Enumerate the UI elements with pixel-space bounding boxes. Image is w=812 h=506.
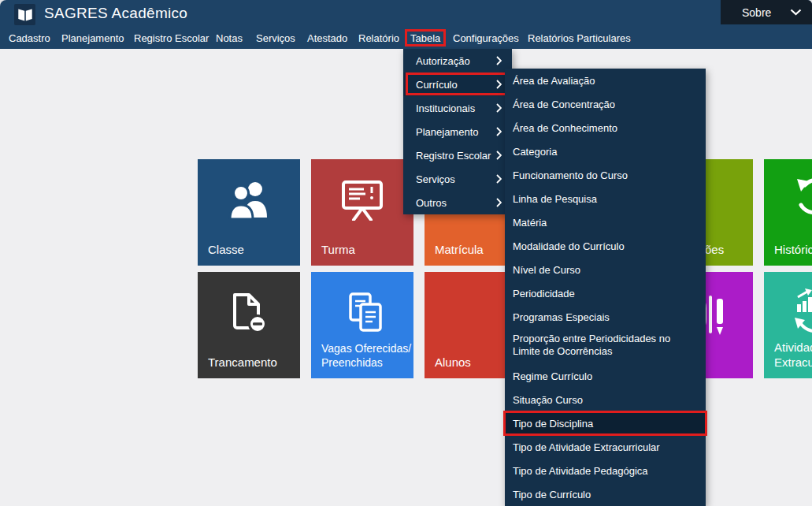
submenu-item-situacao-curso[interactable]: Situação Curso: [505, 388, 706, 411]
chevron-right-icon: [496, 198, 502, 207]
tile-classe[interactable]: Classe: [198, 159, 300, 266]
submenu-item-categoria[interactable]: Categoria: [505, 140, 706, 163]
application-window: Classe Turma Matrícula ões: [0, 0, 812, 506]
submenu-item-label: Linha de Pesquisa: [513, 193, 597, 205]
submenu-item-nivel-de-curso[interactable]: Nível de Curso: [505, 258, 706, 281]
submenu-item-programas-especiais[interactable]: Programas Especiais: [505, 305, 706, 329]
submenu-item-label: Área de Conhecimento: [513, 122, 617, 134]
dropdown-item-label: Currículo: [416, 79, 458, 91]
dropdown-item-outros[interactable]: Outros: [403, 191, 512, 214]
menu-cadastro[interactable]: Cadastro: [9, 28, 50, 49]
dropdown-item-label: Serviços: [416, 173, 455, 185]
submenu-item-regime-curriculo[interactable]: Regime Currículo: [505, 364, 706, 388]
submenu-item-label: Periodicidade: [513, 288, 575, 300]
menu-atestado[interactable]: Atestado: [307, 28, 347, 49]
tile-label: Turma: [321, 242, 409, 257]
open-book-icon: [17, 7, 34, 22]
presentation-icon: [341, 180, 384, 221]
curriculo-submenu: Área de Avaliação Área de Concentração Á…: [505, 69, 706, 506]
documents-icon: [342, 292, 383, 333]
submenu-item-label: Tipo de Disciplina: [513, 418, 593, 430]
about-menu-button[interactable]: Sobre: [721, 0, 812, 24]
tile-atividade-extracurricular[interactable]: Atividade Extracurricular: [764, 272, 812, 378]
tile-label: Atividade Extracurricular: [774, 340, 812, 370]
submenu-item-linha-de-pesquisa[interactable]: Linha de Pesquisa: [505, 187, 706, 210]
submenu-item-label: Modalidade do Currículo: [513, 240, 625, 252]
menu-relatorio[interactable]: Relatório: [358, 28, 399, 49]
submenu-item-label: Programas Especiais: [513, 311, 610, 323]
menu-tabela-label: Tabela: [410, 32, 440, 44]
submenu-item-label: Nível de Curso: [513, 264, 580, 276]
submenu-item-materia[interactable]: Matéria: [505, 210, 706, 234]
tile-label: Trancamento: [208, 355, 295, 370]
chevron-right-icon: [496, 151, 502, 160]
title-bar: SAGRES Acadêmico Sobre: [0, 0, 812, 28]
dropdown-item-label: Institucionais: [416, 102, 475, 114]
menu-registro-escolar[interactable]: Registro Escolar: [134, 28, 209, 49]
chevron-down-icon: [790, 9, 802, 16]
chevron-right-icon: [496, 127, 502, 136]
submenu-item-proporcao-periodicidades[interactable]: Proporção entre Periodicidades no Limite…: [505, 329, 706, 364]
menubar: Cadastro Planejamento Registro Escolar N…: [0, 28, 812, 49]
activity-chart-icon: [792, 288, 812, 333]
menu-relatorios-particulares[interactable]: Relatórios Particulares: [528, 28, 631, 49]
submenu-item-label: Matéria: [513, 217, 547, 229]
submenu-item-label: Regime Currículo: [513, 370, 592, 382]
submenu-item-label: Funcionamento do Curso: [513, 169, 628, 181]
menu-notas[interactable]: Notas: [216, 28, 243, 49]
dropdown-item-label: Autorização: [416, 55, 470, 67]
tile-trancamento[interactable]: Trancamento: [198, 272, 300, 378]
menu-tabela[interactable]: Tabela: [410, 28, 440, 49]
tabela-dropdown-menu: Autorização Currículo Institucionais Pla…: [403, 49, 512, 214]
submenu-item-periodicidade[interactable]: Periodicidade: [505, 281, 706, 305]
dropdown-item-label: Planejamento: [416, 126, 479, 138]
submenu-item-area-de-concentracao[interactable]: Área de Concentração: [505, 92, 706, 116]
dropdown-item-label: Registro Escolar: [416, 150, 491, 162]
dropdown-item-curriculo[interactable]: Currículo: [403, 73, 512, 96]
submenu-item-label: Categoria: [513, 146, 557, 158]
submenu-item-tipo-de-curriculo[interactable]: Tipo de Currículo: [505, 482, 706, 506]
submenu-item-label: Proporção entre Periodicidades no Limite…: [513, 333, 698, 358]
dropdown-item-registro-escolar[interactable]: Registro Escolar: [403, 143, 512, 167]
submenu-item-label: Área de Avaliação: [513, 75, 595, 87]
tile-label: Classe: [208, 242, 295, 257]
app-logo: [14, 4, 35, 25]
dropdown-item-label: Outros: [416, 197, 447, 209]
submenu-item-tipo-de-atividade-pedagogica[interactable]: Tipo de Atividade Pedagógica: [505, 459, 706, 482]
people-icon: [227, 180, 271, 219]
submenu-item-label: Área de Concentração: [513, 99, 615, 110]
submenu-item-tipo-de-atividade-extracurricular[interactable]: Tipo de Atividade Extracurricular: [505, 435, 706, 459]
dropdown-item-planejamento[interactable]: Planejamento: [403, 120, 512, 143]
submenu-item-tipo-de-disciplina[interactable]: Tipo de Disciplina: [505, 411, 706, 435]
submenu-item-label: Tipo de Atividade Pedagógica: [513, 465, 648, 477]
tile-historico[interactable]: Histórico: [764, 159, 812, 266]
tile-turma[interactable]: Turma: [311, 159, 413, 266]
chevron-right-icon: [496, 56, 502, 65]
menu-planejamento[interactable]: Planejamento: [61, 28, 124, 49]
tile-vagas-oferecidas[interactable]: Vagas Oferecidas/ Preenchidas: [311, 272, 413, 378]
menu-servicos[interactable]: Serviços: [256, 28, 295, 49]
dropdown-item-autorizacao[interactable]: Autorização: [403, 49, 512, 73]
document-minus-icon: [228, 292, 269, 335]
history-icon: [794, 175, 812, 218]
chevron-right-icon: [496, 174, 502, 184]
submenu-item-funcionamento-do-curso[interactable]: Funcionamento do Curso: [505, 163, 706, 187]
about-label: Sobre: [742, 6, 771, 19]
submenu-item-modalidade-do-curriculo[interactable]: Modalidade do Currículo: [505, 234, 706, 258]
tile-label: ões: [705, 242, 748, 257]
dropdown-item-servicos[interactable]: Serviços: [403, 167, 512, 191]
chevron-right-icon: [496, 80, 502, 89]
submenu-item-area-de-avaliacao[interactable]: Área de Avaliação: [505, 69, 706, 92]
app-title: SAGRES Acadêmico: [44, 5, 187, 22]
dropdown-item-institucionais[interactable]: Institucionais: [403, 96, 512, 120]
submenu-item-label: Tipo de Currículo: [513, 489, 591, 500]
submenu-item-area-de-conhecimento[interactable]: Área de Conhecimento: [505, 116, 706, 140]
tile-label: Vagas Oferecidas/ Preenchidas: [321, 341, 412, 370]
menu-configuracoes[interactable]: Configurações: [453, 28, 519, 49]
submenu-item-label: Tipo de Atividade Extracurricular: [513, 441, 660, 453]
chevron-right-icon: [496, 103, 502, 113]
submenu-item-label: Situação Curso: [513, 394, 583, 406]
tile-label: Histórico: [774, 242, 812, 257]
